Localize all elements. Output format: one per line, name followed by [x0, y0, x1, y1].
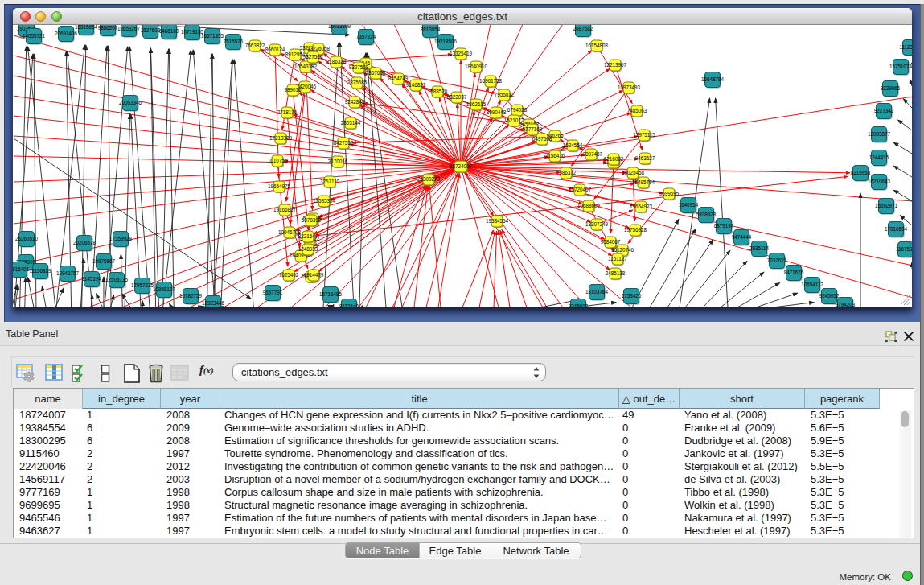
svg-text:15692971: 15692971	[875, 203, 898, 208]
svg-text:10688609: 10688609	[577, 203, 601, 208]
svg-text:10958107: 10958107	[153, 286, 176, 292]
svg-text:12505135: 12505135	[105, 277, 129, 282]
svg-text:19166827: 19166827	[273, 207, 297, 212]
svg-text:19756928: 19756928	[624, 227, 647, 233]
svg-text:20206578: 20206578	[73, 240, 97, 245]
svg-text:6497568: 6497568	[532, 136, 552, 142]
svg-text:9657791: 9657791	[263, 290, 283, 295]
svg-text:18103764: 18103764	[585, 289, 609, 295]
svg-text:7515526: 7515526	[224, 39, 244, 44]
svg-text:12093877: 12093877	[868, 131, 891, 137]
svg-text:12213967: 12213967	[604, 62, 627, 68]
svg-text:9463627: 9463627	[635, 155, 655, 161]
svg-text:3170016: 3170016	[328, 159, 348, 164]
svg-text:2803144: 2803144	[341, 120, 361, 126]
svg-text:16033809: 16033809	[328, 25, 351, 29]
svg-text:7955812: 7955812	[495, 92, 515, 97]
svg-text:9227342: 9227342	[874, 108, 894, 113]
svg-text:2718176: 2718176	[277, 109, 298, 115]
svg-text:17359928: 17359928	[109, 236, 133, 241]
svg-text:6216002: 6216002	[604, 156, 624, 162]
svg-text:2156436: 2156436	[545, 153, 565, 159]
svg-text:5938928: 5938928	[696, 212, 717, 217]
svg-text:9245012: 9245012	[569, 303, 589, 307]
svg-text:1167533: 1167533	[896, 246, 912, 252]
svg-text:8813054: 8813054	[421, 27, 441, 32]
svg-text:1527602: 1527602	[141, 27, 161, 33]
svg-text:16648784: 16648784	[701, 76, 725, 82]
svg-text:8215953: 8215953	[851, 170, 871, 175]
svg-text:8186328: 8186328	[326, 59, 347, 64]
svg-text:15716485: 15716485	[319, 291, 343, 297]
svg-text:10975867: 10975867	[92, 258, 116, 264]
svg-text:18640910: 18640910	[465, 64, 488, 69]
svg-text:8990448: 8990448	[487, 109, 507, 115]
svg-text:11123347: 11123347	[899, 44, 912, 50]
svg-text:10653267: 10653267	[117, 26, 141, 31]
svg-text:3875685: 3875685	[347, 80, 368, 85]
svg-text:16543382: 16543382	[294, 64, 318, 69]
svg-text:16961758: 16961758	[479, 78, 503, 84]
svg-text:1640954: 1640954	[679, 202, 699, 208]
svg-text:7663822: 7663822	[245, 43, 265, 48]
svg-text:1244415: 1244415	[869, 154, 889, 160]
svg-text:10807487: 10807487	[580, 151, 603, 157]
svg-text:9794203: 9794203	[836, 302, 856, 307]
svg-text:8427552: 8427552	[334, 140, 354, 146]
svg-text:25300273: 25300273	[417, 176, 441, 182]
svg-text:1151127: 1151127	[608, 256, 627, 262]
svg-text:17016504: 17016504	[885, 226, 908, 232]
svg-text:18307249: 18307249	[585, 221, 609, 227]
svg-text:10654112: 10654112	[801, 282, 823, 287]
svg-text:1010755: 1010755	[268, 158, 288, 163]
svg-text:2687682: 2687682	[573, 26, 593, 31]
svg-text:9474444: 9474444	[732, 234, 752, 240]
svg-text:8660124: 8660124	[265, 47, 285, 52]
svg-text:9329966: 9329966	[881, 85, 901, 91]
svg-text:19654923: 19654923	[630, 204, 653, 209]
svg-text:3915401: 3915401	[13, 266, 30, 272]
svg-text:15751074: 15751074	[889, 64, 912, 69]
svg-text:2485138: 2485138	[606, 270, 626, 276]
svg-text:1362615: 1362615	[466, 101, 487, 107]
svg-text:9245052: 9245052	[819, 293, 840, 299]
svg-text:19384554: 19384554	[486, 218, 509, 224]
svg-text:8112440: 8112440	[339, 303, 359, 307]
svg-text:19218506: 19218506	[434, 39, 458, 44]
svg-text:7357224: 7357224	[356, 34, 376, 39]
svg-text:1588520: 1588520	[428, 89, 448, 94]
svg-text:8221547: 8221547	[298, 233, 318, 239]
svg-text:20053346: 20053346	[119, 100, 142, 105]
svg-text:8322037: 8322037	[447, 94, 467, 100]
svg-text:6794028: 6794028	[507, 107, 528, 113]
svg-text:7986372: 7986372	[556, 170, 577, 175]
svg-text:5878392: 5878392	[302, 217, 322, 223]
svg-text:16671355: 16671355	[201, 33, 224, 39]
svg-text:9777169: 9777169	[523, 126, 543, 132]
svg-text:12923446: 12923446	[202, 300, 225, 306]
svg-text:15495794: 15495794	[632, 179, 655, 185]
svg-text:16782759: 16782759	[179, 293, 203, 299]
svg-text:12942757: 12942757	[56, 270, 80, 276]
svg-text:2935114: 2935114	[749, 245, 770, 251]
svg-text:3267110: 3267110	[320, 179, 340, 184]
svg-text:10973493: 10973493	[618, 84, 641, 90]
svg-text:9886207: 9886207	[98, 25, 118, 31]
svg-text:16154808: 16154808	[585, 43, 609, 48]
svg-text:17957225: 17957225	[131, 282, 154, 288]
svg-text:1248933: 1248933	[298, 246, 318, 252]
svg-text:12975115: 12975115	[633, 132, 655, 138]
svg-text:15720407: 15720407	[569, 187, 592, 192]
svg-text:16210643: 16210643	[868, 179, 891, 184]
svg-text:9699695: 9699695	[659, 191, 680, 196]
svg-text:18724007: 18724007	[450, 163, 473, 169]
svg-text:26260510: 26260510	[15, 236, 39, 241]
svg-text:1145194: 1145194	[82, 276, 102, 282]
svg-text:14055721: 14055721	[23, 33, 46, 39]
svg-text:6914479: 6914479	[304, 272, 324, 278]
svg-text:9146821: 9146821	[406, 82, 426, 88]
svg-text:9084067: 9084067	[601, 239, 621, 245]
svg-text:20691406: 20691406	[55, 31, 78, 36]
svg-text:11156829: 11156829	[29, 268, 51, 274]
svg-text:19654975: 19654975	[268, 183, 291, 189]
